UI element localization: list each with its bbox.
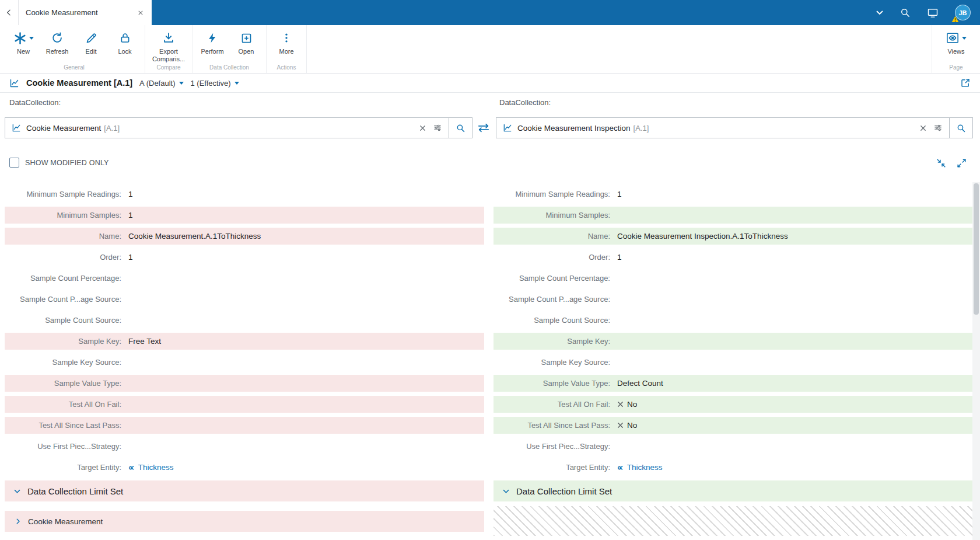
scrollbar-thumb[interactable]: [974, 183, 979, 315]
collapsed-item-cookie-measurement[interactable]: Cookie Measurement: [5, 511, 484, 532]
chevron-right-icon: [14, 517, 22, 525]
field-row: Sample Count Source:: [494, 312, 973, 329]
datacollection-input-right[interactable]: Cookie Measurement Inspection [A.1]: [496, 117, 973, 138]
datacollection-input-left[interactable]: Cookie Measurement [A.1]: [5, 117, 473, 138]
field-row: Sample Value Type:: [5, 375, 484, 392]
views-button-label: Views: [947, 48, 964, 55]
export-icon: [162, 32, 175, 44]
swap-icon[interactable]: [475, 122, 492, 134]
field-row: Minimum Sample Readings:1: [494, 186, 973, 203]
lock-button-label: Lock: [118, 48, 131, 55]
revision-selector[interactable]: 1 (Effective): [191, 79, 239, 88]
field-row: Test All Since Last Pass:: [5, 417, 484, 434]
lock-button[interactable]: Lock: [108, 29, 142, 55]
field-value: 1: [617, 190, 622, 198]
x-icon: [617, 422, 624, 428]
open-in-window-icon[interactable]: [960, 78, 971, 88]
revision-label: 1 (Effective): [191, 79, 231, 88]
topbar-search-icon[interactable]: [900, 7, 911, 18]
chevron-down-icon: [13, 487, 22, 496]
field-label: Minimum Sample Readings:: [5, 190, 128, 198]
field-label: Test All On Fail:: [494, 400, 617, 409]
vertical-scrollbar[interactable]: [972, 182, 980, 540]
target-entity-link[interactable]: ∝Thickness: [128, 463, 174, 472]
field-label: Sample Value Type:: [5, 379, 128, 388]
field-label: Sample Key:: [5, 337, 128, 346]
field-label: Sample Count Source:: [494, 316, 617, 325]
new-button-label: New: [17, 48, 30, 55]
open-button[interactable]: Open: [229, 29, 263, 55]
field-value: 1: [128, 211, 133, 220]
field-row: Sample Key Source:: [5, 354, 484, 371]
field-label: Name:: [5, 232, 128, 241]
field-label: Test All Since Last Pass:: [494, 421, 617, 430]
field-row: Sample Count Source:: [5, 312, 484, 329]
lightning-icon: [206, 32, 218, 44]
more-button[interactable]: More: [270, 29, 303, 55]
line-chart-icon: [12, 123, 21, 133]
field-label: Target Entity:: [494, 463, 617, 472]
section-header-data-collection-limit-set[interactable]: Data Collection Limit Set: [494, 480, 973, 501]
collapse-all-icon[interactable]: [936, 158, 947, 169]
show-modified-only-label: SHOW MODIFIED ONLY: [25, 159, 109, 167]
search-button[interactable]: [449, 118, 472, 138]
ribbon-group-general: New Refresh Edit Lock General: [4, 25, 145, 73]
open-button-label: Open: [239, 48, 254, 55]
field-row: Minimum Samples:1: [5, 207, 484, 224]
field-label: Target Entity:: [5, 463, 128, 472]
target-entity-link[interactable]: ∝Thickness: [617, 463, 663, 472]
collapsed-item-label: Cookie Measurement: [28, 517, 103, 526]
field-label: Test All On Fail:: [5, 400, 128, 409]
field-row: Order:1: [5, 249, 484, 266]
field-row: Name:Cookie Measurement.A.1ToThickness: [5, 228, 484, 245]
edit-button[interactable]: Edit: [74, 29, 108, 55]
search-button[interactable]: [949, 118, 972, 138]
field-row: Sample Count Percentage:: [5, 270, 484, 287]
field-row: Test All Since Last Pass:No: [494, 417, 973, 434]
topbar-actions: JB: [876, 0, 980, 25]
field-row: Name:Cookie Measurement Inspection.A.1To…: [494, 228, 973, 245]
views-button[interactable]: Views: [939, 29, 973, 55]
avatar[interactable]: JB: [955, 5, 971, 20]
field-value: Cookie Measurement.A.1ToThickness: [128, 232, 261, 241]
field-row: Minimum Samples:: [494, 207, 973, 224]
field-label: Sample Count P...age Source:: [5, 295, 128, 304]
clear-icon[interactable]: [918, 123, 929, 134]
tab-close-icon[interactable]: [135, 8, 146, 18]
new-button[interactable]: New: [6, 29, 40, 55]
more-icon: [281, 32, 292, 44]
version-selector[interactable]: A (Default): [139, 79, 183, 88]
filter-sliders-icon[interactable]: [433, 123, 442, 133]
datacollection-value-left: Cookie Measurement: [26, 124, 101, 133]
chevron-down-icon: [179, 82, 184, 85]
field-label: Test All Since Last Pass:: [5, 421, 128, 430]
field-label: Minimum Samples:: [5, 211, 128, 220]
topbar-monitor-icon[interactable]: [927, 7, 939, 19]
x-icon: [617, 401, 624, 407]
field-row: Use First Piec...Strategy:: [494, 438, 973, 455]
page-title: Cookie Measurement [A.1]: [26, 78, 132, 88]
field-value: 1: [128, 253, 133, 262]
show-modified-only-checkbox[interactable]: [9, 158, 19, 168]
back-button[interactable]: [0, 0, 19, 25]
expand-all-icon[interactable]: [956, 158, 967, 169]
filter-sliders-icon[interactable]: [933, 123, 943, 133]
perform-button[interactable]: Perform: [195, 29, 229, 55]
field-value: No: [617, 400, 637, 409]
topbar-chevron-down-icon[interactable]: [876, 11, 883, 15]
section-header-data-collection-limit-set[interactable]: Data Collection Limit Set: [5, 480, 484, 501]
clear-icon[interactable]: [417, 123, 428, 134]
refresh-button-label: Refresh: [46, 48, 69, 55]
field-label: Use First Piec...Strategy:: [5, 442, 128, 451]
tab-cookie-measurement[interactable]: Cookie Measurement: [19, 0, 152, 25]
section-header-label: Data Collection Limit Set: [516, 486, 612, 496]
entity-icon: ∝: [617, 463, 624, 472]
field-value: 1: [617, 253, 622, 262]
chevron-left-icon: [5, 8, 13, 17]
field-label: Order:: [494, 253, 617, 262]
chevron-down-icon: [502, 487, 510, 496]
tab-title: Cookie Measurement: [26, 8, 131, 17]
export-comparison-button[interactable]: Export Comparis...: [148, 29, 189, 62]
refresh-button[interactable]: Refresh: [40, 29, 74, 55]
field-row: Target Entity:∝Thickness: [5, 459, 484, 476]
